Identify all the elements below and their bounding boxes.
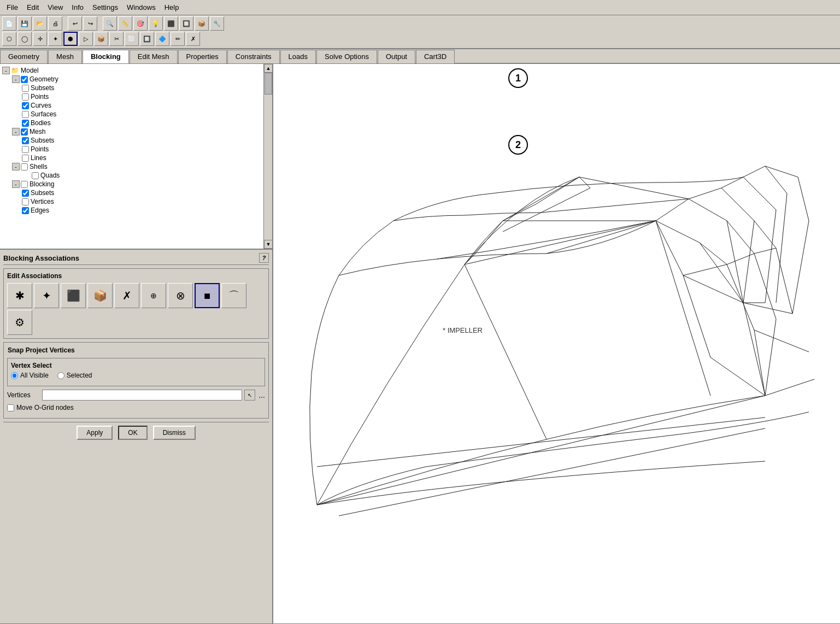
- tb2-pencil[interactable]: ✏: [171, 32, 185, 46]
- tree-expander-model[interactable]: -: [2, 67, 10, 74]
- tb2-play[interactable]: ▷: [79, 32, 93, 46]
- ok-button[interactable]: OK: [118, 426, 147, 440]
- tree-expander-shells[interactable]: -: [12, 163, 20, 170]
- radio-all-visible[interactable]: All Visible: [11, 372, 49, 379]
- vertices-cursor-btn[interactable]: ↖: [244, 390, 255, 401]
- scrollbar-thumb[interactable]: [265, 73, 272, 95]
- tree-item-subsets-geo[interactable]: Subsets: [2, 84, 270, 92]
- tb2-cross[interactable]: ✛: [33, 32, 47, 46]
- tb2-star[interactable]: ✦: [48, 32, 62, 46]
- scrollbar-up-btn[interactable]: ▲: [264, 64, 272, 73]
- tree-check-bodies[interactable]: [22, 120, 29, 127]
- apply-button[interactable]: Apply: [77, 426, 113, 440]
- menu-edit[interactable]: Edit: [22, 2, 43, 13]
- assoc-btn-7[interactable]: ■: [195, 283, 220, 308]
- tb2-sq2[interactable]: 🔲: [140, 32, 154, 46]
- tab-loads[interactable]: Loads: [280, 50, 316, 63]
- tb2-sq1[interactable]: ⬜: [125, 32, 139, 46]
- tree-item-mesh[interactable]: - Mesh: [2, 127, 270, 136]
- assoc-btn-4[interactable]: ✗: [114, 283, 139, 308]
- tree-item-quads[interactable]: Quads: [2, 171, 270, 180]
- tb-redo[interactable]: ↪: [83, 16, 97, 31]
- tb-box2[interactable]: 🔲: [179, 16, 193, 31]
- menu-info[interactable]: Info: [67, 2, 88, 13]
- tree-item-blocking[interactable]: - Blocking: [2, 180, 270, 189]
- menu-settings[interactable]: Settings: [88, 2, 122, 13]
- tree-check-subsets-geo[interactable]: [22, 85, 29, 92]
- tab-constraints[interactable]: Constraints: [227, 50, 280, 63]
- tree-check-vertices[interactable]: [22, 198, 29, 205]
- assoc-btn-2[interactable]: ⬛: [61, 283, 86, 308]
- scrollbar-down-btn[interactable]: ▼: [264, 240, 272, 249]
- tree-check-surfaces[interactable]: [22, 111, 29, 118]
- menu-help[interactable]: Help: [160, 2, 184, 13]
- assoc-btn-9[interactable]: ⚙: [7, 310, 32, 335]
- radio-selected[interactable]: Selected: [57, 372, 92, 379]
- tree-item-subsets-mesh[interactable]: Subsets: [2, 136, 270, 145]
- tree-check-mesh[interactable]: [21, 128, 28, 136]
- tree-check-points-mesh[interactable]: [22, 146, 29, 153]
- tree-expander-blocking[interactable]: -: [12, 180, 20, 188]
- assoc-btn-3[interactable]: 📦: [87, 283, 113, 308]
- menu-view[interactable]: View: [43, 2, 67, 13]
- tree-item-points-geo[interactable]: Points: [2, 92, 270, 101]
- tree-check-subsets-block[interactable]: [22, 190, 29, 197]
- vertices-dots[interactable]: ...: [259, 391, 265, 399]
- tree-check-points-geo[interactable]: [22, 93, 29, 101]
- tb2-pkg[interactable]: 📦: [94, 32, 108, 46]
- tree-item-surfaces[interactable]: Surfaces: [2, 110, 270, 119]
- tree-item-vertices[interactable]: Vertices: [2, 197, 270, 206]
- tb-new[interactable]: 📄: [2, 16, 16, 31]
- tb2-scissors[interactable]: ✂: [109, 32, 124, 46]
- viewport[interactable]: 1 2 * IMPELLER: [273, 64, 840, 623]
- tree-check-curves[interactable]: [22, 102, 29, 109]
- tb-open[interactable]: 📂: [33, 16, 47, 31]
- tb-save[interactable]: 💾: [17, 16, 32, 31]
- tree-check-lines[interactable]: [22, 155, 29, 162]
- vertices-input[interactable]: [42, 390, 242, 401]
- help-icon[interactable]: ?: [259, 253, 269, 263]
- tb2-x[interactable]: ✗: [186, 32, 200, 46]
- assoc-btn-0[interactable]: ✱: [7, 283, 32, 308]
- tab-cart3d[interactable]: Cart3D: [416, 50, 455, 63]
- tab-solveoptions[interactable]: Solve Options: [316, 50, 377, 63]
- tab-blocking[interactable]: Blocking: [83, 50, 129, 63]
- tb-print[interactable]: 🖨: [48, 16, 62, 31]
- assoc-btn-8[interactable]: ⌒: [221, 283, 246, 308]
- tree-item-shells[interactable]: - Shells: [2, 162, 270, 171]
- tb-light[interactable]: 💡: [149, 16, 163, 31]
- tab-properties[interactable]: Properties: [178, 50, 227, 63]
- tree-item-model[interactable]: - 📁 Model: [2, 66, 270, 75]
- tree-check-quads[interactable]: [32, 172, 39, 179]
- tab-mesh[interactable]: Mesh: [48, 50, 82, 63]
- tb2-diamond[interactable]: 🔷: [155, 32, 169, 46]
- tree-item-points-mesh[interactable]: Points: [2, 145, 270, 154]
- tb-zoom[interactable]: 🔍: [103, 16, 117, 31]
- tb2-circle[interactable]: ◯: [17, 32, 32, 46]
- assoc-btn-1[interactable]: ✦: [34, 283, 59, 308]
- tree-check-geometry[interactable]: [21, 76, 28, 83]
- tb2-hex[interactable]: ⬡: [2, 32, 16, 46]
- assoc-btn-6[interactable]: ⊗: [168, 283, 193, 308]
- tree-check-edges[interactable]: [22, 207, 29, 214]
- dismiss-button[interactable]: Dismiss: [153, 426, 196, 440]
- tree-expander-geometry[interactable]: -: [12, 75, 20, 83]
- tab-editmesh[interactable]: Edit Mesh: [130, 50, 178, 63]
- tb2-active[interactable]: ⬢: [63, 32, 78, 46]
- tb-undo[interactable]: ↩: [68, 16, 82, 31]
- tree-item-geometry[interactable]: - Geometry: [2, 75, 270, 84]
- menu-windows[interactable]: Windows: [122, 2, 160, 13]
- assoc-btn-5[interactable]: ⊕: [141, 283, 166, 308]
- tb-3d[interactable]: 📦: [195, 16, 209, 31]
- tree-item-curves[interactable]: Curves: [2, 101, 270, 110]
- tb-box1[interactable]: ⬛: [164, 16, 178, 31]
- tree-scrollbar[interactable]: ▲ ▼: [263, 64, 272, 249]
- tree-item-bodies[interactable]: Bodies: [2, 119, 270, 127]
- tree-item-subsets-block[interactable]: Subsets: [2, 189, 270, 197]
- tree-area[interactable]: - 📁 Model - Geometry Subsets Point: [0, 64, 272, 250]
- tree-check-blocking[interactable]: [21, 181, 28, 188]
- tree-item-lines[interactable]: Lines: [2, 154, 270, 162]
- tb-measure[interactable]: 📏: [118, 16, 132, 31]
- tree-item-edges[interactable]: Edges: [2, 206, 270, 215]
- tab-geometry[interactable]: Geometry: [0, 50, 48, 63]
